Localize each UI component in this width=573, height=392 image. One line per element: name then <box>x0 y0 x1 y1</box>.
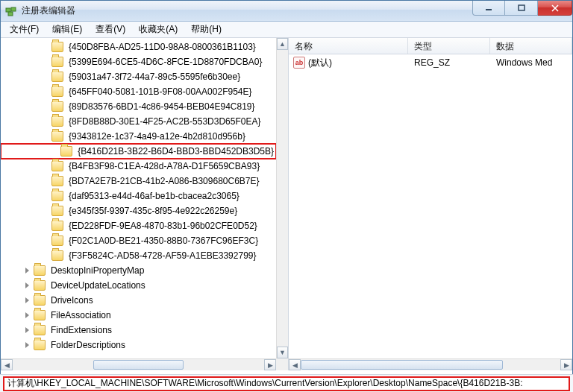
menu-bar: 文件(F) 编辑(E) 查看(V) 收藏夹(A) 帮助(H) <box>1 22 572 38</box>
tree-item-label: {B4FB3F98-C1EA-428d-A78A-D1F5659CBA93} <box>66 160 262 172</box>
expander-icon[interactable] <box>49 146 60 157</box>
status-path-box: 计算机\HKEY_LOCAL_MACHINE\SOFTWARE\Microsof… <box>3 376 570 391</box>
folder-icon <box>51 72 63 82</box>
scroll-track[interactable] <box>13 359 264 370</box>
menu-file[interactable]: 文件(F) <box>4 22 45 37</box>
tree-item[interactable]: {8FD8B88D-30E1-4F25-AC2B-553D3D65F0EA} <box>1 114 276 129</box>
tree-item[interactable]: FindExtensions <box>1 323 276 338</box>
tree-item[interactable]: {ED228FDF-9EA8-4870-83b1-96b02CFE0D52} <box>1 218 276 233</box>
tree-item-label: {daf95313-e44d-46af-be1b-cbacea2c3065} <box>66 190 242 202</box>
tree-item[interactable]: DeviceUpdateLocations <box>1 278 276 293</box>
status-path: 计算机\HKEY_LOCAL_MACHINE\SOFTWARE\Microsof… <box>7 377 522 390</box>
tree-view[interactable]: {450D8FBA-AD25-11D0-98A8-0800361B1103}{5… <box>1 38 276 358</box>
svg-rect-2 <box>8 12 13 16</box>
folder-icon <box>51 235 63 246</box>
folder-icon <box>51 116 63 127</box>
folder-icon <box>51 161 63 171</box>
expander-icon[interactable] <box>22 280 32 291</box>
tree-item-label: DeviceUpdateLocations <box>48 279 148 291</box>
tree-item-label: {5399E694-6CE5-4D6C-8FCE-1D8870FDCBA0} <box>66 56 264 68</box>
folder-icon <box>51 86 63 97</box>
list-horizontal-scrollbar[interactable]: ◀ ▶ <box>289 358 572 370</box>
tree-item-label: {89D83576-6BD1-4c86-9454-BEB04E94C819} <box>66 101 257 113</box>
menu-help[interactable]: 帮助(H) <box>185 22 228 37</box>
scroll-corner <box>276 358 288 370</box>
tree-item[interactable]: {645FF040-5081-101B-9F08-00AA002F954E} <box>1 84 276 99</box>
menu-favorites[interactable]: 收藏夹(A) <box>133 22 184 37</box>
tree-item-label: DesktopIniPropertyMap <box>48 265 146 276</box>
list-header: 名称 类型 数据 <box>289 38 572 54</box>
column-header-type[interactable]: 类型 <box>408 38 490 54</box>
expander-icon[interactable] <box>22 310 32 320</box>
folder-icon <box>34 340 46 350</box>
menu-view[interactable]: 查看(V) <box>90 22 131 37</box>
tree-item[interactable]: {59031a47-3f72-44a7-89c5-5595fe6b30ee} <box>1 69 276 84</box>
list-row[interactable]: ab(默认)REG_SZWindows Med <box>289 56 572 69</box>
tree-item[interactable]: {F3F5824C-AD58-4728-AF59-A1EBE3392799} <box>1 248 276 263</box>
tree-item-label: DriveIcons <box>48 294 96 306</box>
close-button[interactable] <box>538 1 572 16</box>
title-bar: 注册表编辑器 <box>1 1 572 22</box>
folder-icon <box>34 325 46 335</box>
folder-icon <box>51 57 63 67</box>
scroll-track[interactable] <box>277 50 288 347</box>
tree-item[interactable]: {450D8FBA-AD25-11D0-98A8-0800361B1103} <box>1 39 276 54</box>
tree-item-label: {F3F5824C-AD58-4728-AF59-A1EBE3392799} <box>66 250 259 262</box>
window-controls <box>472 1 572 16</box>
scroll-right-button[interactable]: ▶ <box>560 359 572 370</box>
folder-icon <box>60 146 72 157</box>
tree-item[interactable]: DriveIcons <box>1 293 276 308</box>
scroll-up-button[interactable]: ▲ <box>277 38 288 50</box>
tree-item[interactable]: FileAssociation <box>1 308 276 323</box>
tree-item[interactable]: {B4FB3F98-C1EA-428d-A78A-D1F5659CBA93} <box>1 159 276 174</box>
scroll-thumb[interactable] <box>301 360 503 370</box>
svg-rect-4 <box>519 5 525 10</box>
tree-item-label: {ED228FDF-9EA8-4870-83b1-96b02CFE0D52} <box>66 220 260 232</box>
tree-item-label: {645FF040-5081-101B-9F08-00AA002F954E} <box>66 86 254 98</box>
tree-pane: {450D8FBA-AD25-11D0-98A8-0800361B1103}{5… <box>1 38 289 370</box>
window-title: 注册表编辑器 <box>22 4 75 17</box>
tree-item[interactable]: {9343812e-1c37-4a49-a12e-4b2d810d956b} <box>1 129 276 144</box>
tree-horizontal-scrollbar[interactable]: ◀ ▶ <box>1 358 276 370</box>
tree-item-label: FolderDescriptions <box>48 339 128 351</box>
tree-item[interactable]: {B416D21B-3B22-B6D4-BBD3-BBD452DB3D5B} <box>1 144 276 159</box>
tree-item[interactable]: {89D83576-6BD1-4c86-9454-BEB04E94C819} <box>1 99 276 114</box>
list-pane: 名称 类型 数据 ab(默认)REG_SZWindows Med ◀ ▶ <box>289 38 572 370</box>
tree-item-label: FindExtensions <box>48 324 114 336</box>
tree-vertical-scrollbar[interactable]: ▲ ▼ <box>276 38 288 358</box>
menu-edit[interactable]: 编辑(E) <box>46 22 88 37</box>
expander-icon[interactable] <box>22 325 32 335</box>
maximize-button[interactable] <box>505 1 538 16</box>
scroll-track[interactable] <box>301 359 560 370</box>
tree-item[interactable]: FolderDescriptions <box>1 338 276 353</box>
column-header-data[interactable]: 数据 <box>490 38 572 54</box>
expander-icon[interactable] <box>22 340 32 350</box>
tree-item-label: {B416D21B-3B22-B6D4-BBD3-BBD452DB3D5B} <box>75 145 276 157</box>
tree-item[interactable]: {e345f35f-9397-435c-8f95-4e922c26259e} <box>1 203 276 218</box>
tree-item[interactable]: DesktopIniPropertyMap <box>1 263 276 278</box>
folder-icon <box>51 176 63 186</box>
folder-icon <box>51 250 63 261</box>
scroll-thumb[interactable] <box>93 360 184 370</box>
minimize-button[interactable] <box>472 1 505 16</box>
tree-item[interactable]: {5399E694-6CE5-4D6C-8FCE-1D8870FDCBA0} <box>1 54 276 69</box>
list-body[interactable]: ab(默认)REG_SZWindows Med <box>289 54 572 71</box>
folder-icon <box>34 265 46 276</box>
tree-item-label: {9343812e-1c37-4a49-a12e-4b2d810d956b} <box>66 130 248 142</box>
expander-icon[interactable] <box>22 295 32 306</box>
expander-icon[interactable] <box>22 265 32 276</box>
tree-item[interactable]: {daf95313-e44d-46af-be1b-cbacea2c3065} <box>1 189 276 203</box>
app-icon <box>5 5 17 17</box>
tree-item-label: {e345f35f-9397-435c-8f95-4e922c26259e} <box>66 205 239 217</box>
scroll-left-button[interactable]: ◀ <box>1 359 13 370</box>
scroll-down-button[interactable]: ▼ <box>277 347 288 358</box>
scroll-left-button[interactable]: ◀ <box>289 359 301 370</box>
tree-item[interactable]: {F02C1A0D-BE21-4350-88B0-7367FC96EF3C} <box>1 233 276 248</box>
tree-item-label: {59031a47-3f72-44a7-89c5-5595fe6b30ee} <box>66 71 242 83</box>
tree-item[interactable]: {BD7A2E7B-21CB-41b2-A086-B309680C6B7E} <box>1 174 276 189</box>
folder-icon <box>34 295 46 306</box>
tree-item-label: {450D8FBA-AD25-11D0-98A8-0800361B1103} <box>66 41 258 53</box>
svg-rect-0 <box>6 8 10 12</box>
scroll-right-button[interactable]: ▶ <box>264 359 276 370</box>
column-header-name[interactable]: 名称 <box>289 38 408 54</box>
